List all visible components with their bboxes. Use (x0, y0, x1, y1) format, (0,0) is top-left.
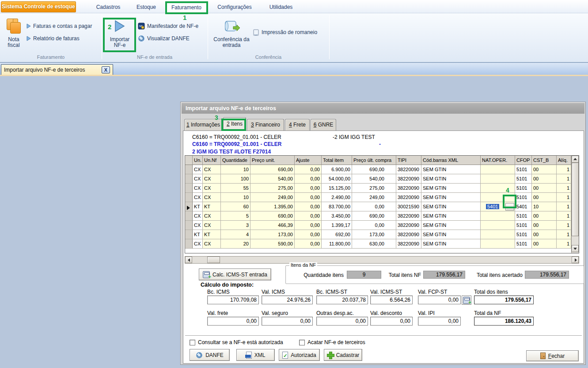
grid-cell[interactable]: 0,00 (295, 239, 322, 249)
grid-cell[interactable]: CX (203, 211, 221, 221)
tab-gnre[interactable]: 6 GNRE (311, 119, 336, 130)
grid-cell[interactable]: 30021590 (396, 202, 421, 211)
grid-cell[interactable]: 692,00 (322, 230, 352, 239)
row-indicator[interactable] (185, 239, 193, 249)
tax-field-input[interactable]: 0,00 (262, 317, 313, 326)
row-indicator[interactable] (185, 221, 193, 230)
grid-cell[interactable]: 5101 (515, 184, 532, 193)
row-indicator[interactable] (185, 184, 193, 193)
grid-cell[interactable]: 00 (532, 239, 557, 249)
grid-cell[interactable]: 1 (557, 174, 571, 184)
grid-cell[interactable]: 275,00 (250, 184, 295, 193)
grid-cell[interactable]: 00 (532, 184, 557, 193)
grid-cell[interactable]: 15.125,00 (322, 184, 352, 193)
column-header[interactable]: Un. (193, 156, 203, 165)
grid-cell[interactable]: SEM GTIN (421, 193, 481, 202)
grid-cell[interactable]: 11.800,00 (322, 239, 352, 249)
grid-cell[interactable]: 4 (221, 230, 250, 239)
row-indicator[interactable] (185, 211, 193, 221)
grid-cell[interactable]: 5101 (515, 193, 532, 202)
grid-cell[interactable]: 0,00 (295, 202, 322, 211)
column-header[interactable]: Un.Nf (203, 156, 221, 165)
row-indicator[interactable] (185, 193, 193, 202)
cadastrar-button[interactable]: Cadastrar (324, 349, 362, 361)
autorizada-button[interactable]: ✓ Autorizada (279, 349, 320, 361)
grid-cell[interactable]: CX (203, 174, 221, 184)
grid-cell[interactable]: 38220090 (396, 221, 421, 230)
row-indicator[interactable] (185, 165, 193, 174)
grid-cell[interactable]: 2.490,00 (322, 193, 352, 202)
grid-hscroll-thumb[interactable] (207, 257, 220, 263)
visualizar-danfe-button[interactable]: Visualizar DANFE (138, 34, 190, 42)
grid-cell[interactable]: 1 (557, 184, 571, 193)
grid-cell[interactable]: 38220090 (396, 184, 421, 193)
column-header[interactable]: Ajuste (295, 156, 322, 165)
grid-cell[interactable]: 0,00 (352, 202, 396, 211)
column-header[interactable]: Preço unit. (250, 156, 295, 165)
acatar-nfe-checkbox[interactable]: Acatar NF-e de terceiros (299, 339, 365, 345)
grid-cell[interactable]: KT (203, 230, 221, 239)
grid-cell[interactable]: 690,00 (352, 211, 396, 221)
grid-cell[interactable]: 38220090 (396, 239, 421, 249)
grid-cell[interactable]: 1 (557, 211, 571, 221)
grid-cell[interactable]: KT (193, 202, 203, 211)
grid-cell[interactable]: 100 (221, 174, 250, 184)
grid-cell[interactable]: 55 (221, 184, 250, 193)
grid-cell[interactable]: 5101 (515, 230, 532, 239)
grid-cell[interactable]: 00 (532, 211, 557, 221)
grid-cell[interactable]: 10 (221, 165, 250, 174)
ribbon-tab-utilidades[interactable]: Utilidades (264, 1, 298, 13)
grid-cell[interactable]: SEM GTIN (421, 184, 481, 193)
grid-cell[interactable]: 540,00 (250, 174, 295, 184)
grid-vscroll-thumb[interactable] (572, 163, 579, 236)
fechar-button[interactable]: Fechar (526, 350, 579, 361)
grid-cell[interactable]: 38220090 (396, 193, 421, 202)
checkbox-icon[interactable] (190, 340, 195, 345)
grid-cell[interactable]: 5101 (515, 239, 532, 249)
tax-field-input[interactable]: 170.709,08 (207, 295, 259, 304)
grid-cell[interactable]: SEM GTIN (421, 211, 481, 221)
column-header[interactable]: Total item (322, 156, 352, 165)
grid-cell[interactable]: 249,00 (250, 193, 295, 202)
grid-cell[interactable]: 1 (557, 230, 571, 239)
grid-cell[interactable]: CX (203, 193, 221, 202)
grid-cell[interactable]: KT (203, 202, 221, 211)
column-header[interactable]: TIPI (396, 156, 421, 165)
tax-field-input[interactable]: 0,00 (370, 317, 413, 326)
impressao-romaneio-button[interactable]: Impressão de romaneio (253, 28, 317, 36)
grid-cell[interactable]: 540,00 (352, 174, 396, 184)
close-icon[interactable]: X (102, 66, 110, 73)
tab-financeiro[interactable]: 3 Financeiro (247, 119, 284, 130)
ribbon-tab-cadastros[interactable]: Cadastros (91, 1, 126, 13)
tax-field-input[interactable]: 6.564,26 (370, 295, 413, 304)
grid-cell[interactable]: 83.700,00 (322, 202, 352, 211)
grid-cell[interactable]: 00 (532, 165, 557, 174)
grid-cell[interactable]: 466,39 (250, 221, 295, 230)
conferencia-entrada-button[interactable]: Conferência da entrada (213, 17, 250, 52)
grid-cell[interactable]: 0,00 (295, 193, 322, 202)
grid-cell[interactable]: 1 (557, 165, 571, 174)
grid-cell[interactable]: 1 (557, 202, 571, 211)
faturas-contas-button[interactable]: Faturas e contas a pagar (27, 22, 92, 30)
grid-cell[interactable]: 6.900,00 (322, 165, 352, 174)
column-header[interactable]: CST_B (532, 156, 557, 165)
row-indicator[interactable] (185, 174, 193, 184)
calc-icms-st-button[interactable]: Calc. ICMS-ST entrada (199, 268, 271, 280)
column-header[interactable]: Preço últ. compra (352, 156, 396, 165)
scroll-up-icon[interactable] (572, 156, 579, 163)
tax-field-input[interactable]: 179.556,17 (474, 295, 534, 304)
grid-cell[interactable]: CX (193, 165, 203, 174)
grid-cell[interactable]: CX (193, 174, 203, 184)
grid-cell[interactable]: 0,00 (352, 221, 396, 230)
grid-cell[interactable]: 00 (532, 230, 557, 239)
grid-cell[interactable]: CX (193, 221, 203, 230)
grid-cell[interactable] (481, 239, 515, 249)
row-indicator[interactable] (185, 230, 193, 239)
grid-cell[interactable]: 173,00 (352, 230, 396, 239)
grid-cell[interactable]: 1 (557, 193, 571, 202)
grid-cell[interactable]: 10 (221, 193, 250, 202)
document-tab-importar-nfe[interactable]: Importar arquivo NF-e de terceiros X (1, 64, 113, 76)
column-header[interactable]: Quantidade (221, 156, 250, 165)
grid-cell[interactable]: CX (193, 239, 203, 249)
xml-button[interactable]: XML (236, 349, 275, 361)
